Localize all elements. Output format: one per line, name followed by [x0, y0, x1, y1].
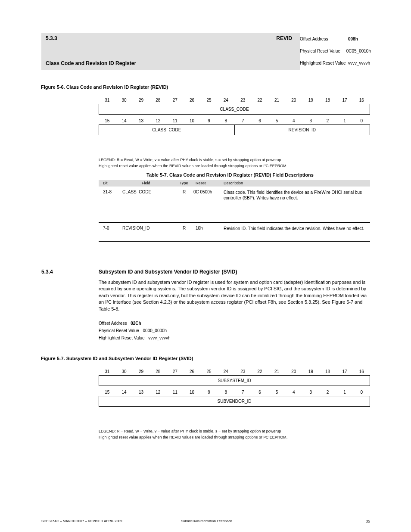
- bit-row: 31302928272625242322212019181716: [99, 368, 370, 375]
- field-row: CLASS_CODE REVISION_ID: [99, 124, 370, 135]
- footer-left: SCPS154C – MARCH 2007 – REVISED APRIL 20…: [41, 519, 122, 523]
- field-row: SUBSYSTEM_ID: [99, 375, 370, 386]
- table-header: Bit Field Type Reset Description: [99, 180, 370, 187]
- bit-row: 1514131211109876543210: [99, 117, 370, 124]
- section-number: 5.3.4: [41, 269, 53, 275]
- figure-caption: Figure 5-6. Class Code and Revision ID R…: [41, 84, 168, 90]
- hi-val: vvvv_vvvvh: [348, 61, 370, 65]
- reset-val: 0C05_0010h: [346, 49, 371, 53]
- offset-box: Offset Address008h Physical Reset Value0…: [300, 33, 371, 70]
- legend-b: Highlighted reset value applies when the…: [99, 164, 287, 168]
- offset-key: Offset Address: [300, 37, 348, 41]
- bit-row: 31302928272625242322212019181716: [99, 96, 370, 104]
- field-revision-id: REVISION_ID: [234, 125, 370, 135]
- figure-caption: Figure 5-7. Subsystem ID and Subsystem V…: [41, 356, 193, 361]
- footer-page-number: 35: [366, 519, 370, 523]
- table-caption: Table 5-7. Class Code and Revision ID Re…: [146, 172, 314, 177]
- legend-a: LEGEND: R = Read, W = Write, v = value a…: [99, 158, 281, 162]
- section-header-band: 5.3.3 REVID Class Code and Revision ID R…: [41, 33, 300, 70]
- reset-key: Physical Reset Value: [300, 49, 346, 53]
- bit-row: 1514131211109876543210: [99, 389, 370, 396]
- field-row: SUBVENDOR_ID: [99, 396, 370, 407]
- register-revid: 31302928272625242322212019181716 CLASS_C…: [99, 96, 370, 135]
- section-title: Subsystem ID and Subsystem Vendor ID Reg…: [99, 269, 237, 275]
- field-class-code: CLASS_CODE: [99, 104, 370, 114]
- footer-center: Submit Documentation Feedback: [181, 519, 232, 523]
- field-subvendor-id: SUBVENDOR_ID: [99, 396, 370, 406]
- section-abbr: REVID: [276, 35, 292, 41]
- legend-a: LEGEND: R = Read, W = Write, v = value a…: [99, 429, 281, 433]
- body-paragraph: The subsystem ID and subsystem vendor ID…: [99, 279, 370, 312]
- field-row: CLASS_CODE: [99, 104, 370, 115]
- field-subsystem-id: SUBSYSTEM_ID: [99, 376, 370, 386]
- offset-val: 008h: [348, 37, 358, 41]
- section-title: Class Code and Revision ID Register: [46, 60, 136, 66]
- legend-b: Highlighted reset value applies when the…: [99, 435, 287, 439]
- hi-key: Highlighted Reset Value: [300, 61, 348, 65]
- hi-line: Highlighted Reset Value vvvv_vvvvh: [99, 336, 170, 340]
- section-number: 5.3.3: [46, 35, 57, 41]
- field-class-code: CLASS_CODE: [99, 125, 234, 135]
- offset-line: Offset Address 02Ch: [99, 321, 141, 326]
- page: 5.3.3 REVID Class Code and Revision ID R…: [0, 0, 411, 532]
- reset-line: Physical Reset Value 0000_0000h: [99, 328, 167, 333]
- register-svid: 31302928272625242322212019181716 SUBSYST…: [99, 368, 370, 407]
